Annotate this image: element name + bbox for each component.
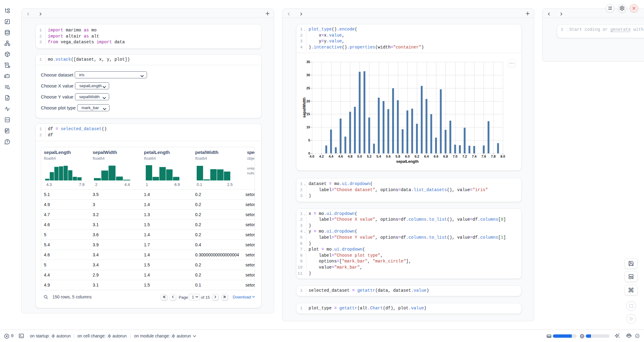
svg-text:5.4: 5.4	[376, 155, 381, 158]
svg-text:4.2: 4.2	[319, 155, 324, 158]
svg-text:6.0: 6.0	[405, 155, 410, 158]
svg-text:5: 5	[308, 138, 310, 142]
svg-text:4.8: 4.8	[348, 155, 352, 158]
svg-text:7.6: 7.6	[481, 155, 486, 158]
svg-text:5.8: 5.8	[395, 155, 400, 158]
svg-text:7.4: 7.4	[472, 155, 477, 158]
svg-text:5.6: 5.6	[386, 155, 391, 158]
svg-text:sepalLength: sepalLength	[396, 159, 419, 164]
svg-text:6.2: 6.2	[415, 155, 419, 158]
svg-text:8.0: 8.0	[500, 155, 505, 158]
svg-text:20: 20	[306, 99, 310, 103]
svg-text:15: 15	[306, 112, 310, 116]
svg-text:35: 35	[306, 60, 310, 64]
svg-text:30: 30	[306, 73, 310, 77]
svg-text:0: 0	[308, 151, 310, 155]
svg-text:5.0: 5.0	[357, 155, 362, 158]
svg-text:7.8: 7.8	[491, 155, 496, 158]
svg-text:6.4: 6.4	[424, 155, 429, 158]
svg-text:4.0: 4.0	[309, 155, 314, 158]
svg-text:7.2: 7.2	[462, 155, 467, 158]
svg-text:7.0: 7.0	[453, 155, 457, 158]
svg-text:6.8: 6.8	[443, 155, 448, 158]
svg-text:sepalWidth: sepalWidth	[302, 98, 306, 118]
svg-text:25: 25	[306, 86, 310, 90]
svg-text:5.2: 5.2	[367, 155, 371, 158]
svg-text:10: 10	[306, 125, 310, 129]
svg-text:4.6: 4.6	[338, 155, 343, 158]
svg-text:4.4: 4.4	[329, 155, 334, 158]
svg-text:6.6: 6.6	[434, 155, 438, 158]
